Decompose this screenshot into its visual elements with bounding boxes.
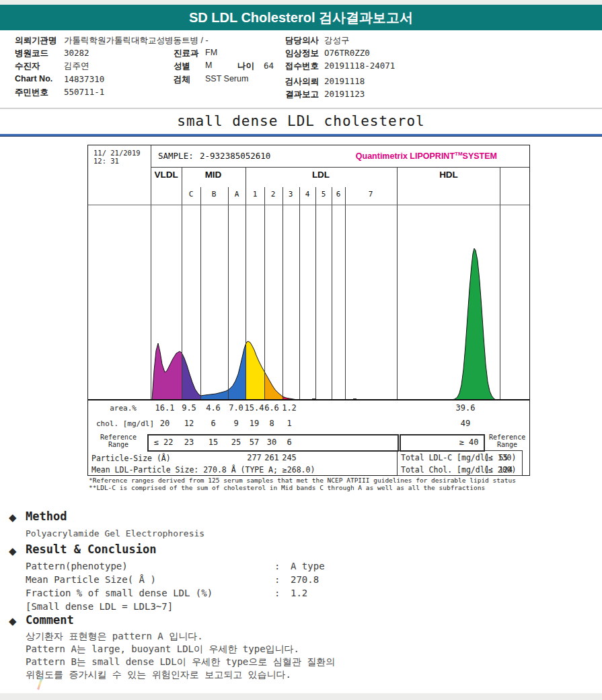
field-value-institution: 가톨릭학원가톨릭대학교성병동트병 / - (64, 35, 209, 46)
chart-datetime: 11/ 21/2019 12: 31 (93, 149, 141, 165)
gridline-5-6 (332, 187, 332, 400)
field-value-result-reported: 20191123 (324, 89, 365, 99)
comment-heading: Comment (26, 613, 74, 627)
report-title-banner: SD LDL Cholesterol 검사결과보고서 (0, 5, 602, 30)
field-label-resident-no: 주민번호 (15, 87, 48, 98)
field-value-sex: M (205, 61, 212, 70)
ref-label-line2: Range (98, 441, 139, 448)
field-value-resident-no: 550711-1 (64, 87, 104, 97)
field-label-result-reported: 결과보고 (285, 89, 319, 100)
sample-value: 2-932385052610 (200, 151, 270, 161)
chart-date: 11/ 21/2019 (93, 149, 141, 157)
result-heading: Result & Conclusion (26, 542, 156, 556)
band-label-2: 2 (271, 190, 276, 199)
chol-ldl2: 8 (269, 419, 274, 428)
comment-line-2: Pattern A는 large, buoyant LDL이 우세한 type입… (26, 643, 299, 656)
field-label-test-requested: 검사의뢰 (285, 76, 319, 88)
gridline-b-a (228, 187, 229, 400)
band-label-3: 3 (289, 190, 293, 199)
title-underline (0, 134, 602, 137)
area-vldl: 16.1 (155, 403, 175, 413)
gridline-datecol (151, 145, 151, 400)
brand-name: Quantimetrix LIPOPRINT (356, 151, 455, 161)
field-label-patient: 수진자 (15, 61, 40, 72)
top-margin-band (0, 0, 602, 5)
ref-midc: 23 (184, 438, 194, 447)
field-label-age: 나이 (237, 61, 254, 72)
total-ldl-c-ref: (≤ 130) (484, 453, 516, 462)
chol-midc: 12 (184, 419, 194, 428)
field-value-hospital-code: 30282 (64, 48, 89, 58)
result-row-size-label: Mean Particle Size( Å ) (26, 574, 156, 585)
field-value-specimen: SST Serum (205, 74, 248, 83)
gridline-c-b (200, 187, 201, 400)
vldl-peak (152, 343, 182, 400)
area-midb: 4.6 (206, 403, 221, 413)
particle-ldl3: 245 (282, 453, 297, 462)
particle-size-label: Particle-Size (Å) (91, 454, 171, 463)
result-row-size-colon: : (274, 574, 280, 585)
ref-mida: 25 (231, 438, 241, 447)
section-label-ldl: LDL (312, 170, 330, 180)
mean-particle-size: Mean LDL-Particle Size: 270.8 Å (TYPE A;… (91, 465, 315, 475)
band-label-5: 5 (322, 190, 326, 199)
chol-hdl: 49 (461, 419, 470, 428)
footnote-2: **LDL-C is comprised of the sum of chole… (89, 484, 485, 491)
particle-ldl1: 277 (247, 453, 262, 462)
area-midc: 9.5 (182, 403, 196, 413)
area-ldl3: 1.2 (282, 403, 297, 413)
gridline-3-4 (299, 187, 300, 400)
band-label-1: 1 (253, 190, 258, 199)
chol-ldl1: 19 (250, 419, 259, 428)
method-bullet-icon: ◆ (9, 512, 17, 524)
band-label-4: 4 (305, 190, 310, 199)
particle-ldl2: 261 (264, 453, 279, 462)
field-value-chart-no: 14837310 (64, 74, 104, 84)
ref-ldl3: 6 (287, 438, 291, 447)
bottom-margin-band (0, 693, 602, 700)
total-chol-ref: (≤ 200) (484, 465, 516, 475)
field-value-department: FM (205, 48, 217, 57)
chol-vldl: 20 (160, 419, 170, 428)
sample-label: SAMPLE: (158, 151, 194, 161)
ref-ldl1: 57 (250, 438, 259, 447)
field-value-clinical-info: O76TR0ZZ0 (324, 48, 370, 58)
lipoprint-chart: 11/ 21/2019 12: 31 SAMPLE: 2-93238505261… (87, 145, 530, 476)
field-label-hospital-code: 병원코드 (15, 48, 48, 59)
comment-line-3: Pattern B는 small dense LDL이 우세한 type으로 심… (26, 656, 335, 668)
result-row-pattern-value: A type (291, 561, 325, 571)
section-label-hdl: HDL (439, 170, 458, 180)
field-label-clinical-info: 임상정보 (285, 48, 319, 59)
area-row-label: area.% (102, 404, 137, 413)
comment-line-1: 상기환자 표현형은 pattern A 입니다. (26, 631, 203, 643)
chol-row-label: chol. [mg/dl] (96, 419, 154, 428)
chol-ldl3: 1 (287, 419, 291, 428)
comment-line-4: 위험도를 증가시킬 수 있는 위험인자로 보고되고 있습니다. (26, 669, 291, 681)
ref-label-right-line1: Reference (489, 433, 525, 441)
field-label-doctor: 담당의사 (285, 35, 319, 46)
ref-range-label-left: Reference Range (98, 433, 139, 448)
header-divider (0, 108, 602, 109)
footnote-1: *Reference ranges derived from 125 serum… (89, 477, 516, 484)
field-label-department: 진료과 (174, 48, 199, 59)
band-label-b: B (212, 190, 217, 199)
area-hdl: 39.6 (456, 403, 476, 413)
ref-range-label-right: Reference Range (489, 433, 525, 448)
brand-suffix: SYSTEM (463, 151, 497, 161)
field-label-specimen: 검체 (174, 74, 190, 85)
field-label-accession-no: 접수번호 (285, 61, 319, 72)
ref-vldl: ≤ 22 (154, 438, 174, 447)
header-row-line (151, 167, 529, 168)
result-row-fraction-value: 1.2 (291, 588, 307, 598)
area-ldl1: 15.4 (245, 403, 264, 413)
baseline (88, 399, 529, 400)
field-value-patient: 김주연 (64, 61, 89, 72)
hdl-peak (451, 248, 496, 400)
gridline-6-7 (345, 187, 346, 400)
result-row-size-value: 270.8 (291, 574, 319, 585)
band-label-a: A (235, 190, 239, 199)
gridline-ldl-hdl (397, 167, 398, 400)
brand-tm: TM (455, 151, 463, 157)
gridline-hdl-right (500, 167, 500, 400)
result-bullet-icon: ◆ (9, 545, 17, 557)
